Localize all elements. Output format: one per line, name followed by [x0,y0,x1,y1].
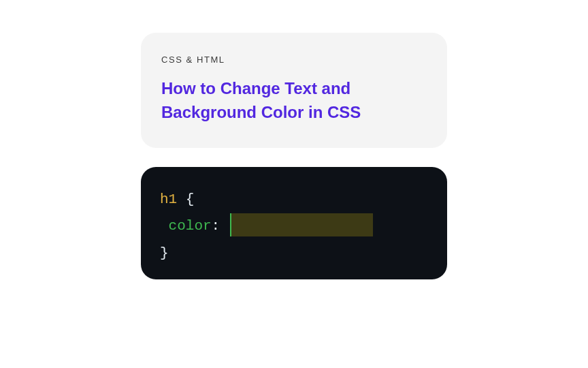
code-line-3: } [160,240,428,267]
code-brace-close: } [160,245,169,261]
code-value-input[interactable] [230,213,373,236]
code-line-1: h1 { [160,186,428,213]
article-title: How to Change Text and Background Color … [161,77,427,125]
code-brace-open: { [186,191,195,207]
code-editor: h1 { color: } [141,167,447,280]
code-property: color [169,218,212,234]
code-colon: : [212,218,220,234]
code-selector: h1 [160,191,177,207]
article-card[interactable]: CSS & HTML How to Change Text and Backgr… [141,33,447,148]
code-line-2: color: [160,213,428,240]
article-category: CSS & HTML [161,55,427,65]
